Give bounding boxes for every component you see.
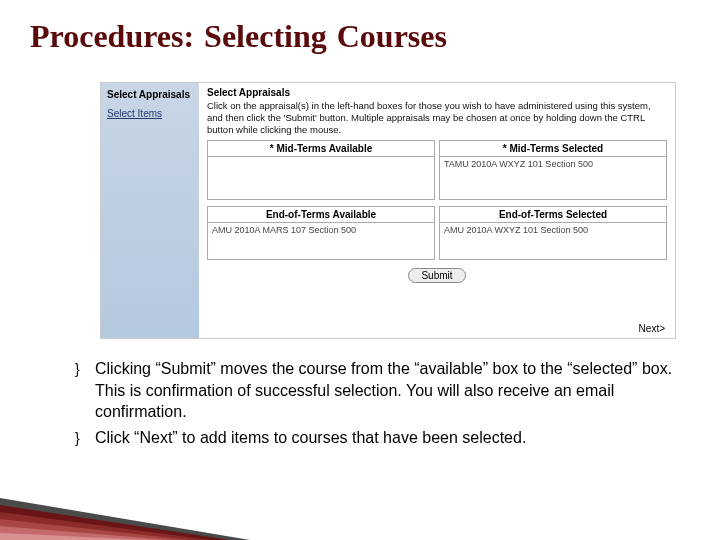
submit-row: Submit <box>207 268 667 283</box>
list-item: AMU 2010A MARS 107 Section 500 <box>212 225 356 235</box>
title-word-1: Procedures: <box>30 18 194 55</box>
sidebar-link-select-appraisals[interactable]: Select Appraisals <box>107 89 193 100</box>
svg-marker-4 <box>0 526 170 540</box>
eot-available-list[interactable]: AMU 2010A MARS 107 Section 500 <box>207 222 435 260</box>
submit-button[interactable]: Submit <box>408 268 465 283</box>
sidebar-link-select-items[interactable]: Select Items <box>107 108 193 119</box>
sidebar: Select Appraisals Select Items <box>101 83 199 338</box>
midterm-available-list[interactable] <box>207 156 435 200</box>
bullet-2: } Click “Next” to add items to courses t… <box>75 427 680 449</box>
bullet-list: } Clicking “Submit” moves the course fro… <box>75 358 680 453</box>
svg-marker-1 <box>0 505 230 540</box>
midterm-selected-head: * Mid-Terms Selected <box>439 140 667 156</box>
next-link[interactable]: Next> <box>639 323 665 334</box>
title-word-3: Courses <box>337 18 447 55</box>
svg-marker-3 <box>0 519 190 540</box>
svg-marker-5 <box>0 533 150 540</box>
midterm-row: * Mid-Terms Available * Mid-Terms Select… <box>207 140 667 200</box>
app-screenshot: Select Appraisals Select Items Select Ap… <box>100 82 676 339</box>
bullet-mark-icon: } <box>75 427 95 449</box>
eot-selected-list[interactable]: AMU 2010A WXYZ 101 Section 500 <box>439 222 667 260</box>
panel-heading: Select Appraisals <box>207 87 667 98</box>
svg-marker-0 <box>0 498 250 540</box>
decorative-wedge <box>0 480 250 540</box>
eot-selected-head: End-of-Terms Selected <box>439 206 667 222</box>
main-panel: Select Appraisals Click on the appraisal… <box>199 83 675 338</box>
eot-available-head: End-of-Terms Available <box>207 206 435 222</box>
midterm-selected-list[interactable]: TAMU 2010A WXYZ 101 Section 500 <box>439 156 667 200</box>
svg-marker-2 <box>0 512 210 540</box>
eot-row: End-of-Terms Available AMU 2010A MARS 10… <box>207 206 667 260</box>
midterm-available-head: * Mid-Terms Available <box>207 140 435 156</box>
bullet-2-text: Click “Next” to add items to courses tha… <box>95 427 526 449</box>
bullet-1-text: Clicking “Submit” moves the course from … <box>95 358 680 423</box>
page-title: Procedures: Selecting Courses <box>30 18 720 55</box>
bullet-1: } Clicking “Submit” moves the course fro… <box>75 358 680 423</box>
panel-instructions: Click on the appraisal(s) in the left-ha… <box>207 100 667 136</box>
list-item: TAMU 2010A WXYZ 101 Section 500 <box>444 159 593 169</box>
bullet-mark-icon: } <box>75 358 95 423</box>
title-word-2: Selecting <box>204 18 327 55</box>
list-item: AMU 2010A WXYZ 101 Section 500 <box>444 225 588 235</box>
